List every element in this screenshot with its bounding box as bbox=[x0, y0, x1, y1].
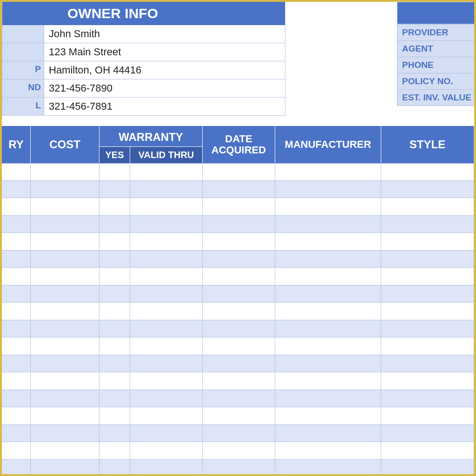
table-cell[interactable] bbox=[99, 181, 130, 198]
table-cell[interactable] bbox=[381, 163, 474, 181]
table-cell[interactable] bbox=[275, 216, 381, 233]
table-cell[interactable] bbox=[99, 390, 130, 408]
owner-phone1-value[interactable]: 321-456-7890 bbox=[44, 79, 285, 97]
table-cell[interactable] bbox=[2, 407, 31, 425]
table-cell[interactable] bbox=[203, 390, 275, 408]
table-cell[interactable] bbox=[99, 268, 130, 285]
table-cell[interactable] bbox=[31, 390, 99, 408]
table-cell[interactable] bbox=[203, 233, 275, 251]
table-cell[interactable] bbox=[203, 320, 275, 338]
table-cell[interactable] bbox=[99, 163, 130, 181]
table-cell[interactable] bbox=[130, 337, 203, 355]
table-cell[interactable] bbox=[381, 442, 474, 460]
table-cell[interactable] bbox=[2, 233, 31, 251]
table-cell[interactable] bbox=[31, 198, 99, 216]
table-cell[interactable] bbox=[2, 163, 31, 181]
table-cell[interactable] bbox=[99, 442, 130, 460]
table-cell[interactable] bbox=[2, 320, 31, 338]
table-cell[interactable] bbox=[31, 320, 99, 338]
owner-phone2-value[interactable]: 321-456-7891 bbox=[44, 98, 285, 115]
table-cell[interactable] bbox=[130, 181, 203, 198]
table-cell[interactable] bbox=[99, 355, 130, 373]
table-cell[interactable] bbox=[31, 355, 99, 373]
table-cell[interactable] bbox=[381, 303, 474, 320]
table-cell[interactable] bbox=[203, 407, 275, 425]
table-cell[interactable] bbox=[381, 372, 474, 390]
table-cell[interactable] bbox=[31, 216, 99, 233]
table-cell[interactable] bbox=[130, 251, 203, 268]
table-cell[interactable] bbox=[381, 407, 474, 425]
table-cell[interactable] bbox=[99, 233, 130, 251]
table-cell[interactable] bbox=[275, 460, 381, 476]
table-cell[interactable] bbox=[31, 268, 99, 285]
table-cell[interactable] bbox=[275, 303, 381, 320]
table-cell[interactable] bbox=[2, 442, 31, 460]
table-cell[interactable] bbox=[31, 425, 99, 443]
table-cell[interactable] bbox=[203, 442, 275, 460]
table-cell[interactable] bbox=[130, 285, 203, 303]
table-cell[interactable] bbox=[130, 442, 203, 460]
table-cell[interactable] bbox=[203, 337, 275, 355]
table-cell[interactable] bbox=[381, 337, 474, 355]
table-cell[interactable] bbox=[130, 425, 203, 443]
table-cell[interactable] bbox=[381, 355, 474, 373]
table-cell[interactable] bbox=[99, 425, 130, 443]
owner-city-value[interactable]: Hamilton, OH 44416 bbox=[44, 61, 285, 79]
table-cell[interactable] bbox=[130, 163, 203, 181]
table-cell[interactable] bbox=[203, 303, 275, 320]
table-cell[interactable] bbox=[2, 268, 31, 285]
table-cell[interactable] bbox=[2, 285, 31, 303]
table-cell[interactable] bbox=[2, 216, 31, 233]
table-cell[interactable] bbox=[99, 407, 130, 425]
table-cell[interactable] bbox=[203, 460, 275, 476]
table-cell[interactable] bbox=[99, 285, 130, 303]
table-cell[interactable] bbox=[31, 460, 99, 476]
table-cell[interactable] bbox=[203, 198, 275, 216]
table-cell[interactable] bbox=[31, 285, 99, 303]
table-cell[interactable] bbox=[381, 233, 474, 251]
table-cell[interactable] bbox=[2, 425, 31, 443]
table-cell[interactable] bbox=[99, 216, 130, 233]
table-cell[interactable] bbox=[2, 355, 31, 373]
owner-name-value[interactable]: John Smith bbox=[44, 25, 285, 43]
table-cell[interactable] bbox=[31, 303, 99, 320]
table-cell[interactable] bbox=[130, 216, 203, 233]
table-cell[interactable] bbox=[31, 372, 99, 390]
table-cell[interactable] bbox=[99, 198, 130, 216]
table-cell[interactable] bbox=[275, 407, 381, 425]
table-cell[interactable] bbox=[203, 425, 275, 443]
table-cell[interactable] bbox=[275, 390, 381, 408]
table-cell[interactable] bbox=[99, 372, 130, 390]
table-cell[interactable] bbox=[2, 372, 31, 390]
table-cell[interactable] bbox=[2, 337, 31, 355]
table-cell[interactable] bbox=[31, 181, 99, 198]
table-cell[interactable] bbox=[381, 216, 474, 233]
table-cell[interactable] bbox=[275, 320, 381, 338]
table-cell[interactable] bbox=[99, 320, 130, 338]
table-cell[interactable] bbox=[31, 407, 99, 425]
table-cell[interactable] bbox=[275, 337, 381, 355]
table-cell[interactable] bbox=[2, 251, 31, 268]
table-cell[interactable] bbox=[203, 181, 275, 198]
table-cell[interactable] bbox=[203, 163, 275, 181]
table-cell[interactable] bbox=[31, 337, 99, 355]
table-cell[interactable] bbox=[381, 460, 474, 476]
table-cell[interactable] bbox=[381, 198, 474, 216]
table-cell[interactable] bbox=[130, 303, 203, 320]
table-cell[interactable] bbox=[31, 233, 99, 251]
table-cell[interactable] bbox=[31, 442, 99, 460]
table-cell[interactable] bbox=[130, 460, 203, 476]
table-cell[interactable] bbox=[99, 303, 130, 320]
table-cell[interactable] bbox=[130, 233, 203, 251]
table-cell[interactable] bbox=[130, 390, 203, 408]
table-cell[interactable] bbox=[2, 390, 31, 408]
table-cell[interactable] bbox=[99, 460, 130, 476]
table-cell[interactable] bbox=[275, 285, 381, 303]
table-cell[interactable] bbox=[381, 181, 474, 198]
table-cell[interactable] bbox=[130, 268, 203, 285]
table-cell[interactable] bbox=[2, 303, 31, 320]
table-cell[interactable] bbox=[31, 251, 99, 268]
table-cell[interactable] bbox=[203, 372, 275, 390]
table-cell[interactable] bbox=[275, 181, 381, 198]
table-cell[interactable] bbox=[130, 407, 203, 425]
